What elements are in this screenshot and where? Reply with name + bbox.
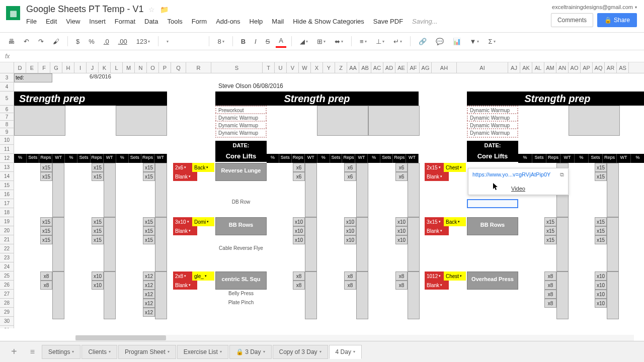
cell-reps[interactable]: x8 — [395, 272, 408, 281]
col-AM[interactable]: AM — [544, 62, 556, 73]
link-video-label[interactable]: Video — [472, 186, 564, 192]
cell-reps[interactable]: x10 — [344, 226, 356, 235]
row-21[interactable]: 21 — [0, 235, 14, 244]
currency-button[interactable]: $ — [73, 36, 83, 47]
row-14[interactable]: 14 — [0, 172, 14, 181]
cell-reps[interactable]: x15 — [143, 226, 155, 235]
selected-cell[interactable] — [467, 199, 518, 208]
tag-sets[interactable]: 3x10 — [173, 217, 192, 226]
tab-3day[interactable]: 🔒 3 Day — [229, 345, 272, 359]
cell-reps[interactable]: x15 — [92, 217, 104, 226]
row-28[interactable]: 28 — [0, 299, 14, 308]
row-18[interactable]: 18 — [0, 208, 14, 217]
tag-blank[interactable]: Blank — [425, 226, 449, 235]
col-AG[interactable]: AG — [420, 62, 432, 73]
cell-reps[interactable]: x8 — [40, 272, 52, 281]
row-8[interactable]: 8 — [0, 121, 14, 128]
exercise-box[interactable]: BB Rows — [215, 217, 267, 235]
row-30[interactable]: 30 — [0, 317, 14, 326]
tag-cat[interactable]: gle_ — [192, 272, 214, 281]
cell-reps[interactable]: x12 — [143, 290, 155, 299]
col-T[interactable]: T — [263, 62, 275, 73]
tag-sets[interactable]: 3x15 — [425, 217, 444, 226]
col-AK[interactable]: AK — [520, 62, 532, 73]
cell-reps[interactable]: x15 — [143, 172, 155, 181]
cell-reps[interactable]: x8 — [344, 281, 356, 290]
row-20[interactable]: 20 — [0, 226, 14, 235]
col-AQ[interactable]: AQ — [593, 62, 605, 73]
cell-reps[interactable]: x15 — [544, 235, 556, 244]
menu-tools[interactable]: Tools — [167, 18, 182, 25]
col-AI[interactable]: AI — [457, 62, 508, 73]
cell-reps[interactable]: x12 — [143, 299, 155, 308]
star-icon[interactable]: ☆ — [148, 6, 155, 14]
cell-reps[interactable]: x8 — [293, 272, 305, 281]
col-AD[interactable]: AD — [383, 62, 395, 73]
cell-reps[interactable]: x10 — [92, 281, 104, 290]
row-10[interactable]: 10 — [0, 136, 14, 145]
cell-reps[interactable]: x15 — [92, 226, 104, 235]
paint-icon[interactable]: 🖌 — [50, 36, 62, 47]
tag-cat[interactable]: Back — [192, 163, 214, 172]
exercise-box[interactable]: centric SL Squ — [215, 272, 267, 290]
all-sheets-button[interactable]: ≡ — [24, 347, 41, 356]
functions-icon[interactable]: Σ — [485, 36, 498, 47]
cell-reps[interactable]: x6 — [395, 163, 408, 172]
col-Z[interactable]: Z — [335, 62, 347, 73]
menu-hideshow[interactable]: Hide & Show Categories — [293, 18, 364, 25]
exercise-box[interactable]: BB Rows — [467, 217, 518, 235]
cell-reps[interactable]: x15 — [143, 217, 155, 226]
row-3[interactable]: 3 — [0, 73, 14, 82]
col-Q[interactable]: Q — [171, 62, 186, 73]
cell-reps[interactable]: x15 — [595, 235, 607, 244]
col-AB[interactable]: AB — [359, 62, 371, 73]
dec-decimal[interactable]: .0 — [101, 36, 112, 47]
cell-reps[interactable]: x12 — [143, 308, 155, 317]
col-O[interactable]: O — [147, 62, 159, 73]
col-AL[interactable]: AL — [532, 62, 544, 73]
tag-blank[interactable]: Blank — [173, 172, 197, 181]
cell-reps[interactable]: x10 — [395, 226, 408, 235]
tag-sets[interactable]: 2x15 — [425, 163, 444, 172]
col-L[interactable]: L — [111, 62, 123, 73]
cell-reps[interactable]: x6 — [344, 172, 356, 181]
valign-icon[interactable]: ⊥ — [373, 36, 387, 47]
row-7[interactable]: 7 — [0, 113, 14, 121]
cell-reps[interactable]: x15 — [544, 217, 556, 226]
tag-sets[interactable]: 2x6 — [173, 163, 192, 172]
col-AN[interactable]: AN — [556, 62, 569, 73]
cell-reps[interactable]: x15 — [143, 235, 155, 244]
cell-reps[interactable]: x10 — [293, 235, 305, 244]
cell-reps[interactable]: x15 — [92, 163, 104, 172]
row-11[interactable]: 11 — [0, 145, 14, 154]
menu-savepdf[interactable]: Save PDF — [373, 18, 403, 25]
tag-cat[interactable]: Chest — [444, 163, 466, 172]
col-X[interactable]: X — [311, 62, 323, 73]
tag-sets[interactable]: 2x8 — [173, 272, 192, 281]
cell-reps[interactable]: x10 — [344, 235, 356, 244]
cell-reps[interactable]: x15 — [595, 226, 607, 235]
row-19[interactable]: 19 — [0, 217, 14, 226]
row-26[interactable]: 26 — [0, 281, 14, 290]
user-email[interactable]: exceltrainingdesigns@gmail.com▾ — [552, 4, 637, 10]
print-icon[interactable]: 🖶 — [5, 36, 18, 47]
cell-reps[interactable]: x8 — [395, 281, 408, 290]
exercise-box[interactable]: Reverse Lunge — [215, 163, 267, 181]
scroll-thumb[interactable] — [75, 335, 166, 340]
row-13[interactable]: 13 — [0, 163, 14, 172]
formula-bar[interactable]: fx — [0, 50, 644, 62]
doc-title[interactable]: Google Sheets PT Temp - V1 — [26, 4, 143, 15]
cell-reps[interactable]: x10 — [595, 281, 607, 290]
col-AC[interactable]: AC — [371, 62, 383, 73]
menu-view[interactable]: View — [66, 18, 80, 25]
strike-button[interactable]: S — [263, 36, 273, 47]
merge-icon[interactable]: ⬌ — [332, 36, 346, 47]
fill-color-icon[interactable]: ◢ — [297, 36, 311, 47]
col-S[interactable]: S — [211, 62, 263, 73]
menu-format[interactable]: Format — [115, 18, 135, 25]
spreadsheet-grid[interactable]: D E F G H I J K L M N O P Q R S T U V W … — [0, 62, 644, 328]
row-24[interactable]: 24 — [0, 262, 14, 272]
halign-icon[interactable]: ≡ — [357, 36, 370, 47]
italic-button[interactable]: I — [252, 36, 260, 47]
cell-reps[interactable]: x6 — [344, 163, 356, 172]
